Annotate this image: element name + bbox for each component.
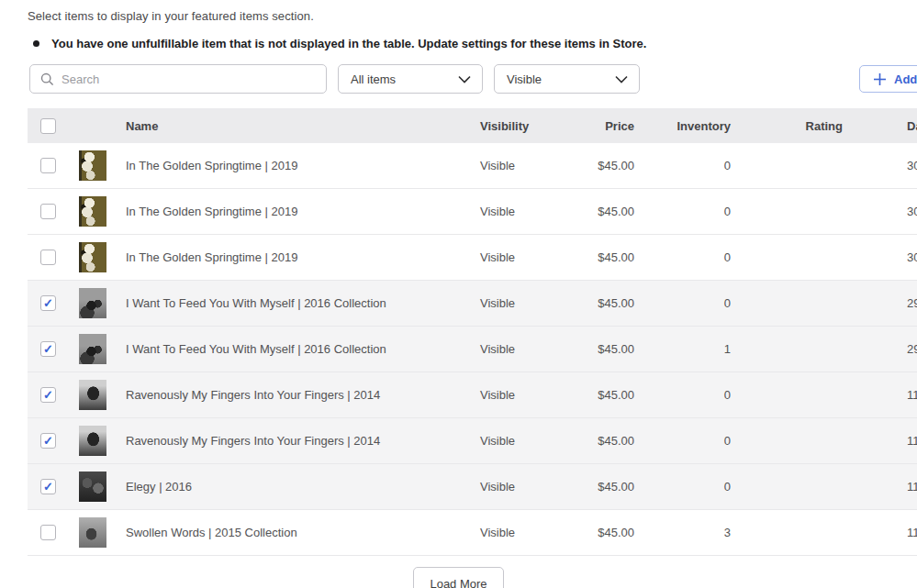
item-price: $45.00 <box>587 434 634 448</box>
visibility-filter-value: Visible <box>507 72 542 86</box>
add-items-button[interactable]: Add I <box>859 65 917 93</box>
row-thumb-cell <box>79 196 126 227</box>
item-name: In The Golden Springtime | 2019 <box>126 205 480 218</box>
item-price: $45.00 <box>587 388 634 402</box>
item-name: In The Golden Springtime | 2019 <box>126 250 480 264</box>
row-checkbox[interactable] <box>40 525 56 540</box>
load-more-button[interactable]: Load More <box>413 567 503 588</box>
item-type-filter-value: All items <box>351 72 396 86</box>
row-checkbox[interactable] <box>40 387 56 403</box>
row-checkbox-cell <box>28 158 79 173</box>
header-name: Name <box>126 119 480 133</box>
row-checkbox-cell <box>28 433 79 449</box>
header-inventory: Inventory <box>634 119 731 133</box>
item-type-filter[interactable]: All items <box>338 64 483 94</box>
row-thumb-cell <box>79 426 126 456</box>
item-name: I Want To Feed You With Myself | 2016 Co… <box>126 342 480 356</box>
row-checkbox-cell <box>28 204 79 219</box>
table-row[interactable]: Ravenously My Fingers Into Your Fingers … <box>28 372 917 418</box>
item-inventory: 0 <box>634 250 731 264</box>
table-row[interactable]: Ravenously My Fingers Into Your Fingers … <box>28 418 917 464</box>
item-price: $45.00 <box>587 480 634 494</box>
table-row[interactable]: I Want To Feed You With Myself | 2016 Co… <box>28 281 917 327</box>
item-name: Elegy | 2016 <box>126 480 480 494</box>
item-inventory: 0 <box>634 296 731 310</box>
plus-icon <box>873 72 887 86</box>
table-row[interactable]: In The Golden Springtime | 2019 Visible … <box>28 235 917 281</box>
item-date-added: 11.02.2 <box>850 480 917 494</box>
row-checkbox-cell <box>28 341 79 357</box>
header-visibility: Visibility <box>480 119 587 133</box>
item-date-added: 11.02.2 <box>850 526 917 539</box>
row-checkbox[interactable] <box>40 250 56 265</box>
item-date-added: 11.02.2 <box>850 434 917 448</box>
featured-items-table: Name Visibility Price Inventory Rating D… <box>28 108 917 556</box>
item-price: $45.00 <box>587 342 634 356</box>
search-icon <box>40 72 54 86</box>
row-checkbox-cell <box>28 250 79 265</box>
item-visibility: Visible <box>480 159 587 172</box>
item-visibility: Visible <box>480 250 587 264</box>
item-thumbnail <box>79 196 106 227</box>
load-more-container: Load More <box>0 567 917 588</box>
bullet-icon <box>33 40 39 47</box>
row-thumb-cell <box>79 150 126 181</box>
item-inventory: 0 <box>634 388 731 402</box>
table-row[interactable]: In The Golden Springtime | 2019 Visible … <box>28 143 917 189</box>
item-price: $45.00 <box>587 205 634 218</box>
table-header-row: Name Visibility Price Inventory Rating D… <box>28 108 917 143</box>
visibility-filter[interactable]: Visible <box>494 64 640 94</box>
header-date-added: Date ad <box>850 119 917 133</box>
item-thumbnail <box>79 288 106 318</box>
row-checkbox[interactable] <box>40 204 56 219</box>
item-inventory: 3 <box>634 526 731 539</box>
item-name: Ravenously My Fingers Into Your Fingers … <box>126 388 480 402</box>
item-thumbnail <box>79 242 106 272</box>
search-box[interactable] <box>29 64 327 94</box>
table-row[interactable]: In The Golden Springtime | 2019 Visible … <box>28 189 917 235</box>
item-visibility: Visible <box>480 526 587 539</box>
row-checkbox-cell <box>28 525 79 540</box>
item-date-added: 11.02.2 <box>850 388 917 402</box>
row-checkbox[interactable] <box>40 158 56 173</box>
table-row[interactable]: Elegy | 2016 Visible $45.00 0 11.02.2 <box>28 464 917 510</box>
item-date-added: 30.09.2 <box>850 205 917 218</box>
item-thumbnail <box>79 150 106 181</box>
row-thumb-cell <box>79 334 126 364</box>
row-thumb-cell <box>79 288 126 318</box>
item-visibility: Visible <box>480 342 587 356</box>
item-date-added: 30.09.2 <box>850 159 917 172</box>
row-checkbox-cell <box>28 479 79 494</box>
item-name: In The Golden Springtime | 2019 <box>126 159 480 172</box>
header-rating: Rating <box>731 119 850 133</box>
header-price: Price <box>587 119 634 133</box>
item-visibility: Visible <box>480 205 587 218</box>
row-checkbox[interactable] <box>40 295 56 311</box>
item-thumbnail <box>79 517 106 548</box>
item-inventory: 0 <box>634 205 731 218</box>
header-checkbox-cell <box>28 118 79 134</box>
item-inventory: 0 <box>634 159 731 172</box>
row-checkbox[interactable] <box>40 433 56 449</box>
chevron-down-icon <box>615 75 628 83</box>
item-inventory: 0 <box>634 480 731 494</box>
page-title: Select items to display in your featured… <box>28 9 917 23</box>
row-checkbox[interactable] <box>40 341 56 357</box>
item-date-added: 30.09.2 <box>850 250 917 264</box>
item-thumbnail <box>79 334 106 364</box>
table-row[interactable]: I Want To Feed You With Myself | 2016 Co… <box>28 327 917 372</box>
item-inventory: 1 <box>634 342 731 356</box>
item-visibility: Visible <box>480 296 587 310</box>
item-visibility: Visible <box>480 434 587 448</box>
item-price: $45.00 <box>587 296 634 310</box>
item-visibility: Visible <box>480 480 587 494</box>
row-checkbox[interactable] <box>40 479 56 494</box>
table-row[interactable]: Swollen Words | 2015 Collection Visible … <box>28 510 917 556</box>
item-visibility: Visible <box>480 388 587 402</box>
item-name: Swollen Words | 2015 Collection <box>126 526 480 539</box>
row-thumb-cell <box>79 242 126 272</box>
select-all-checkbox[interactable] <box>40 118 56 134</box>
search-input[interactable] <box>62 72 326 86</box>
item-date-added: 29.09.2 <box>850 296 917 310</box>
chevron-down-icon <box>458 75 471 83</box>
